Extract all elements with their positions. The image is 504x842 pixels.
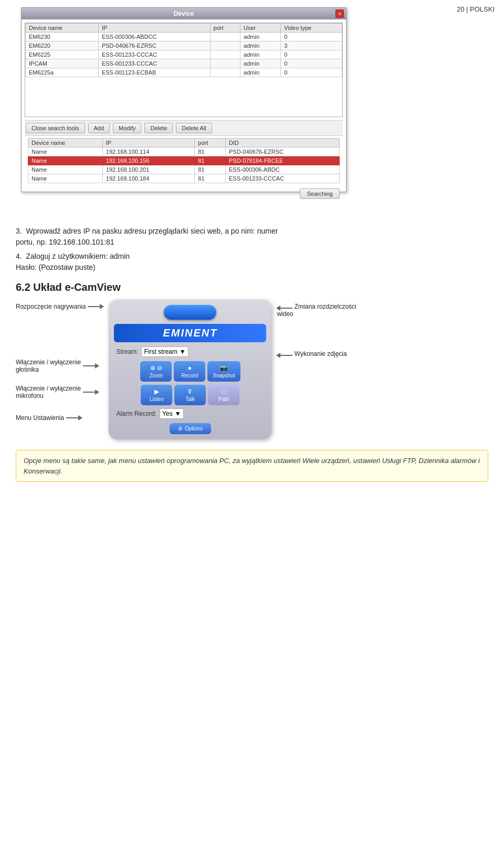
delete-button[interactable]: Delete: [144, 123, 173, 133]
stream-select[interactable]: First stream ▼: [141, 346, 188, 357]
dialog-button-row: Close search tools Add Modify Delete Del…: [25, 120, 343, 135]
cell-user: admin: [240, 33, 281, 41]
annotation-microphone: Włączenie / wyłączeniemikrofonu: [16, 382, 103, 403]
record-label: Record: [181, 373, 198, 378]
close-search-tools-button[interactable]: Close search tools: [26, 123, 85, 133]
lower-col-ip: IP: [102, 139, 195, 148]
cell-device-name: EM6220: [26, 41, 99, 50]
record-button[interactable]: ● Record: [174, 361, 205, 382]
stream-row: Stream: First stream ▼: [114, 346, 266, 357]
listen-label: Listen: [150, 396, 164, 402]
zoom-button[interactable]: ⊕ ⊖ Zoom: [140, 361, 172, 382]
listen-button[interactable]: ▶ Listen: [141, 385, 172, 405]
cell-did: PSD-078184-FBCEE: [226, 156, 340, 165]
section-heading: 6.2 Układ e-CamView: [16, 281, 488, 293]
lower-col-port: port: [195, 139, 226, 148]
table-row[interactable]: EM6230 ESS-000306-ABDCC admin 0: [26, 33, 342, 41]
top-oval-decoration: [164, 305, 216, 320]
zoom-label: Zoom: [149, 373, 163, 378]
record-icon: ●: [188, 364, 192, 372]
cell-name: Name: [28, 165, 103, 174]
talk-label: Talk: [186, 396, 195, 402]
table-row[interactable]: Name 192.168.100.114 81 PSD-040676-EZRSC: [28, 148, 340, 156]
ecamview-panel: EMINENT Stream: First stream ▼ ⊕ ⊖ Zoom …: [109, 300, 271, 439]
cell-ip: ESS-000306-ABDCC: [98, 33, 210, 41]
cell-did: ESS-001233-CCCAC: [226, 174, 340, 183]
bottom-note: Opcje menu są takie same, jak menu ustaw…: [16, 450, 488, 482]
upper-device-table: Device name IP port User Video type EM62…: [25, 23, 342, 77]
stream-value: First stream: [144, 348, 177, 355]
cell-port: 81: [195, 165, 226, 174]
snapshot-button[interactable]: 📷 Snapshot: [207, 361, 240, 382]
cell-port: [210, 59, 240, 68]
dialog-upper-body: Device name IP port User Video type EM62…: [22, 19, 346, 192]
cell-device-name: IPCAM: [26, 59, 99, 68]
alarm-record-row: Alarm Record: Yes ▼: [114, 408, 266, 419]
modify-button[interactable]: Modify: [113, 123, 141, 133]
main-content: 3. Wprowadź adres IP na pasku adresu prz…: [16, 226, 488, 482]
annotation-snapshot: Wykonanie zdjęcia: [277, 347, 356, 361]
eminent-logo: EMINENT: [114, 324, 266, 342]
annotation-recording: Rozpoczęcie nagrywania: [16, 300, 103, 313]
lower-col-device-name: Device name: [28, 139, 103, 148]
cell-name: Name: [28, 148, 103, 156]
options-button[interactable]: ⚙ Options: [170, 423, 211, 434]
annotation-microphone-text: Włączenie / wyłączeniemikrofonu: [16, 385, 81, 399]
dialog-titlebar: Device ×: [22, 8, 346, 19]
alarm-record-label: Alarm Record:: [116, 410, 156, 417]
table-row[interactable]: EM6220 PSD-040676-EZRSC admin 3: [26, 41, 342, 50]
col-video-type: Video type: [281, 24, 342, 33]
zoom-icon: ⊕ ⊖: [150, 364, 162, 372]
cell-user: admin: [240, 68, 281, 77]
dialog-box: Device × Device name IP port User Video …: [21, 7, 346, 192]
options-label: Options: [185, 426, 203, 431]
stream-arrow-icon: ▼: [180, 348, 186, 355]
bottom-note-text: Opcje menu są takie same, jak menu ustaw…: [24, 456, 480, 476]
table-row[interactable]: EM6225 ESS-001233-CCCAC admin 0: [26, 50, 342, 59]
add-button[interactable]: Add: [88, 123, 110, 133]
snapshot-label: Snapshot: [213, 373, 235, 378]
alarm-arrow-icon: ▼: [175, 410, 181, 417]
cell-video-type: 0: [281, 33, 342, 41]
delete-all-button[interactable]: Delete All: [176, 123, 212, 133]
col-ip: IP: [98, 24, 210, 33]
searching-button[interactable]: Searching: [300, 188, 340, 199]
path-label: Path: [218, 396, 229, 402]
cell-video-type: 3: [281, 41, 342, 50]
cell-ip: 192.168.100.184: [102, 174, 195, 183]
cell-port: [210, 41, 240, 50]
table-row[interactable]: EM6225a ESS-001123-ECBAB admin 0: [26, 68, 342, 77]
annotation-speaker-text: Włączenie / wyłączeniegłośnika: [16, 359, 81, 373]
path-button[interactable]: □ Path: [208, 385, 239, 405]
talk-button[interactable]: 🎙 Talk: [174, 385, 206, 405]
cell-user: admin: [240, 59, 281, 68]
dialog-close-button[interactable]: ×: [335, 9, 344, 18]
annotation-snapshot-text: Wykonanie zdjęcia: [295, 350, 347, 357]
talk-icon: 🎙: [187, 388, 193, 395]
table-row[interactable]: IPCAM ESS-001233-CCCAC admin 0: [26, 59, 342, 68]
alarm-select[interactable]: Yes ▼: [160, 408, 183, 419]
table-row-highlighted[interactable]: Name 192.168.100.156 81 PSD-078184-FBCEE: [28, 156, 340, 165]
cell-ip: PSD-040676-EZRSC: [98, 41, 210, 50]
arrow-resolution: [277, 308, 292, 309]
cell-ip: ESS-001233-CCCAC: [98, 59, 210, 68]
cell-user: admin: [240, 41, 281, 50]
cell-name: Name: [28, 156, 103, 165]
annotation-resolution: Zmiana rozdzielczościwideo: [277, 300, 356, 321]
cell-video-type: 0: [281, 59, 342, 68]
step3-text: 3. Wprowadź adres IP na pasku adresu prz…: [16, 226, 488, 248]
col-device-name: Device name: [26, 24, 99, 33]
cell-ip: ESS-001233-CCCAC: [98, 50, 210, 59]
left-annotations: Rozpoczęcie nagrywania Włączenie / wyłąc…: [16, 300, 109, 425]
cell-video-type: 0: [281, 68, 342, 77]
table-row[interactable]: Name 192.168.100.201 81 ESS-000306-ABDC: [28, 165, 340, 174]
annotation-resolution-text: Zmiana rozdzielczościwideo: [277, 303, 356, 318]
dialog-title: Device: [174, 10, 194, 17]
listen-icon: ▶: [154, 388, 159, 395]
arrow-settings: [66, 417, 82, 418]
cell-port: [210, 68, 240, 77]
cell-did: ESS-000306-ABDC: [226, 165, 340, 174]
cell-port: [210, 33, 240, 41]
cell-port: 81: [195, 156, 226, 165]
table-row[interactable]: Name 192.168.100.184 81 ESS-001233-CCCAC: [28, 174, 340, 183]
